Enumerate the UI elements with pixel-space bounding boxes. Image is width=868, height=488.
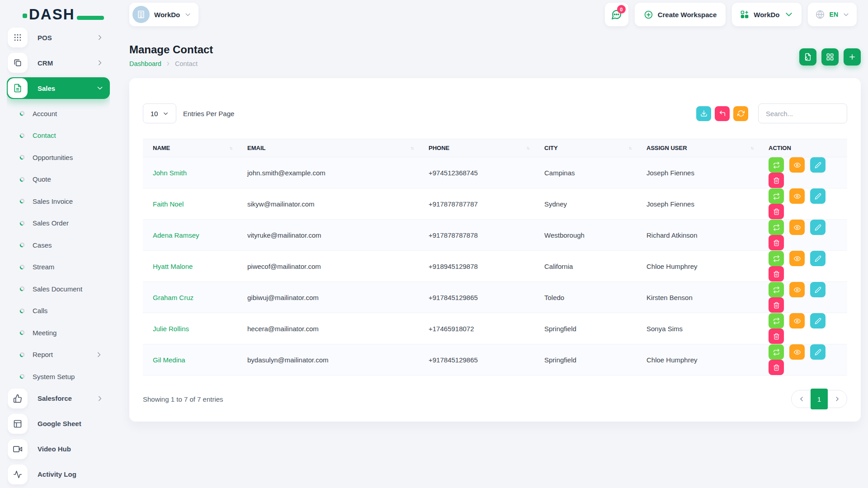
column-header[interactable]: PHONE ↑↓ bbox=[419, 139, 534, 157]
contact-city: Springfield bbox=[534, 344, 637, 375]
donut-bullet-icon bbox=[19, 155, 25, 160]
delete-button[interactable] bbox=[769, 266, 784, 282]
export-contacts-button[interactable] bbox=[799, 48, 816, 66]
page-title: Manage Contact bbox=[129, 43, 861, 56]
column-header[interactable]: EMAIL ↑↓ bbox=[237, 139, 419, 157]
sort-icon[interactable]: ↑↓ bbox=[750, 145, 753, 150]
column-header[interactable]: ACTION ↑↓ bbox=[759, 139, 847, 157]
sidebar-subitem-meeting[interactable]: Meeting bbox=[7, 322, 110, 344]
sidebar-subitem-contact[interactable]: Contact bbox=[7, 125, 110, 147]
topbar: DASH WorkDo 0 Create Workspace WorkDo EN bbox=[0, 0, 868, 27]
edit-button[interactable] bbox=[810, 313, 826, 328]
convert-button[interactable] bbox=[769, 313, 784, 328]
contact-name-link[interactable]: Hyatt Malone bbox=[153, 263, 193, 270]
sidebar-subitem-sales-document[interactable]: Sales Document bbox=[7, 278, 110, 300]
edit-button[interactable] bbox=[810, 157, 826, 173]
contact-name-link[interactable]: Adena Ramsey bbox=[153, 231, 199, 239]
undo-icon bbox=[719, 110, 726, 117]
sidebar-item-salesforce[interactable]: Salesforce bbox=[7, 388, 110, 409]
sidebar-subitem-sales-order[interactable]: Sales Order bbox=[7, 212, 110, 235]
entries-per-page-select[interactable]: 10 bbox=[143, 103, 176, 123]
sidebar-subitem-report[interactable]: Report bbox=[7, 344, 110, 366]
view-button[interactable] bbox=[789, 220, 805, 235]
contact-email: sikyw@mailinator.com bbox=[237, 188, 419, 220]
table-row: Julie Rollins hecera@mailinator.com +174… bbox=[143, 313, 847, 344]
sidebar-item-google-sheet[interactable]: Google Sheet bbox=[7, 413, 110, 435]
contact-name-link[interactable]: Julie Rollins bbox=[153, 325, 189, 333]
language-selector[interactable]: EN bbox=[808, 3, 857, 26]
donut-bullet-icon bbox=[19, 374, 25, 379]
sidebar-subitem-system-setup[interactable]: System Setup bbox=[7, 366, 110, 388]
next-page-button[interactable] bbox=[829, 390, 845, 408]
column-header[interactable]: NAME ↑↓ bbox=[143, 139, 237, 157]
messages-button[interactable]: 0 bbox=[605, 3, 628, 26]
convert-button[interactable] bbox=[769, 251, 784, 266]
sort-icon[interactable]: ↑↓ bbox=[229, 145, 232, 150]
workspace-switcher[interactable]: WorkDo bbox=[129, 3, 198, 26]
edit-button[interactable] bbox=[810, 282, 826, 297]
view-button[interactable] bbox=[789, 157, 805, 173]
delete-button[interactable] bbox=[769, 204, 784, 219]
column-header[interactable]: ASSIGN USER ↑↓ bbox=[637, 139, 759, 157]
add-contact-button[interactable] bbox=[844, 48, 861, 66]
delete-button[interactable] bbox=[769, 360, 784, 375]
sidebar-item-activity-log[interactable]: Activity Log bbox=[7, 464, 110, 485]
pagination: 1 bbox=[791, 390, 847, 408]
document-icon bbox=[13, 84, 22, 93]
view-button[interactable] bbox=[789, 282, 805, 297]
edit-button[interactable] bbox=[810, 251, 826, 266]
sidebar-item-sales[interactable]: Sales bbox=[7, 77, 110, 99]
delete-button[interactable] bbox=[769, 328, 784, 344]
edit-button[interactable] bbox=[810, 220, 826, 235]
create-workspace-button[interactable]: Create Workspace bbox=[635, 3, 726, 26]
sort-icon[interactable]: ↑↓ bbox=[526, 145, 529, 150]
sidebar-item-video-hub[interactable]: Video Hub bbox=[7, 438, 110, 460]
edit-button[interactable] bbox=[810, 188, 826, 204]
page-1-button[interactable]: 1 bbox=[811, 389, 828, 409]
sidebar-item-pos[interactable]: POS bbox=[7, 27, 110, 48]
sidebar-item-crm[interactable]: CRM bbox=[7, 52, 110, 74]
sidebar-subitem-calls[interactable]: Calls bbox=[7, 300, 110, 322]
sidebar-subitem-opportunities[interactable]: Opportunities bbox=[7, 146, 110, 169]
contact-city: Campinas bbox=[534, 157, 637, 188]
view-button[interactable] bbox=[789, 251, 805, 266]
contact-name-link[interactable]: Faith Noel bbox=[153, 200, 184, 208]
sidebar-subitem-cases[interactable]: Cases bbox=[7, 234, 110, 256]
contact-name-link[interactable]: Graham Cruz bbox=[153, 294, 193, 301]
contact-assign-user: Kirsten Benson bbox=[637, 282, 759, 313]
logo-dot bbox=[23, 14, 27, 18]
account-menu[interactable]: WorkDo bbox=[732, 3, 801, 26]
view-button[interactable] bbox=[789, 188, 805, 204]
contact-name-link[interactable]: Gil Medina bbox=[153, 356, 185, 364]
sort-icon[interactable]: ↑↓ bbox=[628, 145, 631, 150]
breadcrumb-dashboard-link[interactable]: Dashboard bbox=[129, 60, 161, 67]
thumbs-up-icon bbox=[13, 394, 22, 403]
search-input[interactable] bbox=[758, 103, 847, 123]
sidebar-subitem-quote[interactable]: Quote bbox=[7, 169, 110, 191]
contact-phone: +917878787878 bbox=[419, 220, 534, 251]
delete-button[interactable] bbox=[769, 297, 784, 313]
edit-button[interactable] bbox=[810, 344, 826, 360]
convert-button[interactable] bbox=[769, 344, 784, 360]
convert-button[interactable] bbox=[769, 282, 784, 297]
view-button[interactable] bbox=[789, 313, 805, 328]
app-logo[interactable]: DASH bbox=[29, 6, 129, 23]
grid-view-button[interactable] bbox=[821, 48, 839, 66]
sidebar-subitem-account[interactable]: Account bbox=[7, 103, 110, 125]
download-button[interactable] bbox=[696, 106, 711, 121]
previous-page-button[interactable] bbox=[793, 390, 810, 408]
view-button[interactable] bbox=[789, 344, 805, 360]
convert-button[interactable] bbox=[769, 188, 784, 204]
contact-name-link[interactable]: John Smith bbox=[153, 169, 187, 177]
sort-icon[interactable]: ↑↓ bbox=[410, 145, 413, 150]
column-header[interactable]: CITY ↑↓ bbox=[534, 139, 637, 157]
undo-button[interactable] bbox=[715, 106, 730, 121]
delete-button[interactable] bbox=[769, 173, 784, 188]
delete-button[interactable] bbox=[769, 235, 784, 250]
convert-button[interactable] bbox=[769, 220, 784, 235]
sidebar-subitem-sales-invoice[interactable]: Sales Invoice bbox=[7, 190, 110, 212]
convert-button[interactable] bbox=[769, 157, 784, 173]
chevron-down-icon bbox=[96, 84, 104, 92]
refresh-button[interactable] bbox=[733, 106, 748, 121]
sidebar-subitem-stream[interactable]: Stream bbox=[7, 256, 110, 278]
